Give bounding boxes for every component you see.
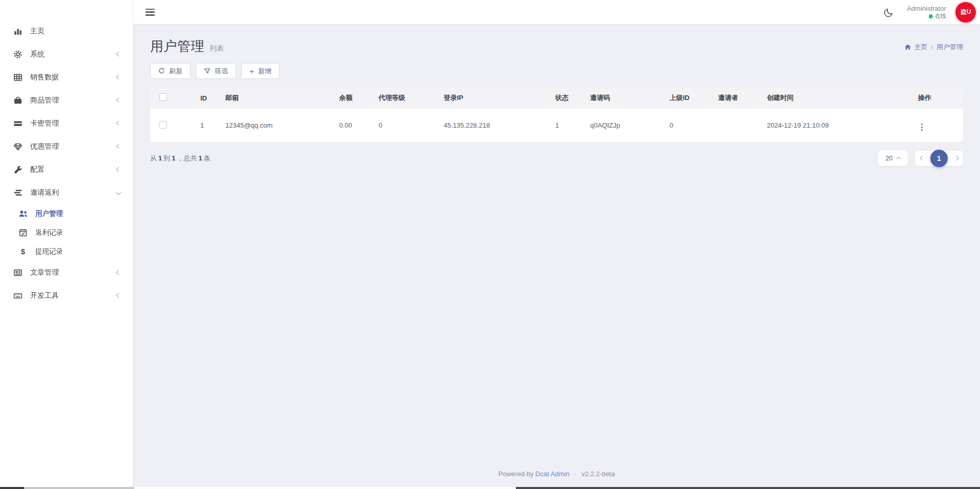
breadcrumb-separator: / xyxy=(931,44,933,51)
cell-status: 1 xyxy=(551,109,586,142)
row-actions-menu-icon[interactable] xyxy=(918,123,926,132)
sidebar-item-label: 用户管理 xyxy=(35,209,120,218)
chevron-left-icon xyxy=(116,167,121,172)
newspaper-icon xyxy=(13,268,23,277)
dollar-icon: $ xyxy=(18,247,28,256)
cell-balance: 0.00 xyxy=(335,109,374,142)
top-header: Administrator 在线 盗U xyxy=(133,0,980,24)
current-page-button[interactable]: 1 xyxy=(930,150,948,167)
sidebar-item-label: 文章管理 xyxy=(30,268,117,277)
footer-brand-link[interactable]: Dcat Admin xyxy=(535,470,569,478)
per-page-select[interactable]: 20 xyxy=(878,150,908,166)
cell-id: 1 xyxy=(196,109,221,142)
breadcrumb-home-link[interactable]: 主页 xyxy=(904,43,927,52)
chevron-right-icon xyxy=(953,156,958,161)
sidebar-item-articles[interactable]: 文章管理 xyxy=(0,261,133,284)
chevron-left-icon xyxy=(116,52,121,57)
sidebar-item-label: 配置 xyxy=(30,165,117,174)
user-menu[interactable]: Administrator 在线 xyxy=(907,5,946,20)
page-group: 1 xyxy=(915,151,963,166)
select-all-checkbox[interactable] xyxy=(159,93,167,101)
sidebar-item-config[interactable]: 配置 xyxy=(0,158,133,181)
sidebar-item-label: 卡密管理 xyxy=(30,119,117,128)
refresh-button-label: 刷新 xyxy=(169,67,182,76)
col-header-created-at: 创建时间 xyxy=(763,87,914,109)
per-page-value: 20 xyxy=(886,155,892,162)
sidebar-item-label: 商品管理 xyxy=(30,96,117,105)
sidebar-item-card-keys[interactable]: 卡密管理 xyxy=(0,112,133,135)
col-header-agent-level: 代理等级 xyxy=(374,87,440,109)
hamburger-menu-icon[interactable] xyxy=(145,9,155,16)
create-button-label: 新增 xyxy=(258,67,272,76)
chevron-left-icon xyxy=(116,144,121,149)
cell-agent-level: 0 xyxy=(374,109,440,142)
col-header-inviter: 邀请者 xyxy=(714,87,763,109)
chevron-down-icon xyxy=(116,190,121,195)
chart-bar-icon xyxy=(13,27,23,36)
sidebar-item-products[interactable]: 商品管理 xyxy=(0,89,133,112)
toolbar: 刷新 筛选 + 新增 xyxy=(150,63,963,79)
sidebar-item-user-management[interactable]: 用户管理 xyxy=(0,204,133,223)
avatar[interactable]: 盗U xyxy=(955,2,976,23)
window-bottom-edge xyxy=(0,487,980,489)
plus-icon: + xyxy=(249,67,254,75)
chevron-left-icon xyxy=(116,121,121,126)
sidebar-item-withdraw-records[interactable]: $ 提现记录 xyxy=(0,242,133,261)
cell-email: 12345@qq.com xyxy=(221,109,335,142)
breadcrumb-current: 用户管理 xyxy=(936,43,963,52)
pagination-controls: 20 1 xyxy=(878,150,963,166)
col-header-id: ID xyxy=(196,87,221,109)
chevron-left-icon xyxy=(920,156,925,161)
refresh-button[interactable]: 刷新 xyxy=(150,63,191,79)
col-header-login-ip: 登录IP xyxy=(440,87,551,109)
sidebar-item-label: 系统 xyxy=(30,50,117,59)
sidebar-item-label: 优惠管理 xyxy=(30,142,117,151)
user-name: Administrator xyxy=(907,5,946,13)
sidebar-item-label: 返利记录 xyxy=(35,228,120,237)
home-icon xyxy=(904,44,911,51)
gem-icon xyxy=(13,142,23,151)
sidebar-item-system[interactable]: 系统 xyxy=(0,43,133,66)
sidebar-item-invite-rebate[interactable]: 邀请返利 xyxy=(0,181,133,204)
main-content: 用户管理 列表 主页 / 用户管理 刷新 筛选 + xyxy=(133,0,980,489)
prev-page-button[interactable] xyxy=(920,154,924,162)
chevron-left-icon xyxy=(116,75,121,80)
refresh-icon xyxy=(158,68,165,74)
credit-card-icon xyxy=(13,119,23,128)
chevron-left-icon xyxy=(116,293,121,298)
breadcrumb-home-label: 主页 xyxy=(914,43,927,52)
chevron-left-icon xyxy=(116,98,121,103)
sidebar-item-label: 提现记录 xyxy=(35,247,120,256)
sidebar-submenu-invite: 用户管理 返利记录 $ 提现记录 xyxy=(0,204,133,261)
sidebar-item-label: 开发工具 xyxy=(30,291,117,300)
sidebar-menu: 主页 系统 销售数据 商品管理 卡密管 xyxy=(0,0,133,307)
footer-powered-by: Powered by xyxy=(498,470,534,478)
create-button[interactable]: + 新增 xyxy=(241,63,280,79)
sidebar-item-discounts[interactable]: 优惠管理 xyxy=(0,135,133,158)
col-header-invite-code: 邀请码 xyxy=(586,87,665,109)
filter-button[interactable]: 筛选 xyxy=(196,63,236,79)
sidebar-item-sales-data[interactable]: 销售数据 xyxy=(0,66,133,89)
sidebar: 主页 系统 销售数据 商品管理 卡密管 xyxy=(0,0,133,489)
sidebar-item-rebate-records[interactable]: 返利记录 xyxy=(0,223,133,242)
sidebar-item-label: 销售数据 xyxy=(30,73,117,82)
user-status: 在线 xyxy=(907,13,946,20)
sidebar-item-label: 邀请返利 xyxy=(30,188,117,197)
sidebar-item-dev-tools[interactable]: 开发工具 xyxy=(0,284,133,307)
dark-mode-toggle[interactable] xyxy=(880,4,898,21)
table-icon xyxy=(13,73,23,82)
row-checkbox[interactable] xyxy=(159,121,167,129)
title-row: 用户管理 列表 主页 / 用户管理 xyxy=(150,37,963,55)
sidebar-item-home[interactable]: 主页 xyxy=(0,19,133,43)
next-page-button[interactable] xyxy=(954,154,958,162)
caret-up-icon xyxy=(896,157,901,161)
users-table: ID 邮箱 余额 代理等级 登录IP 状态 邀请码 上级ID 邀请者 创建时间 … xyxy=(150,87,963,142)
col-header-status: 状态 xyxy=(551,87,586,109)
chevron-left-icon xyxy=(116,270,121,275)
gear-icon xyxy=(13,50,23,59)
table-card: ID 邮箱 余额 代理等级 登录IP 状态 邀请码 上级ID 邀请者 创建时间 … xyxy=(150,87,963,142)
table-header-row: ID 邮箱 余额 代理等级 登录IP 状态 邀请码 上级ID 邀请者 创建时间 … xyxy=(150,87,963,109)
cell-login-ip: 45.135.228.218 xyxy=(440,109,551,142)
cell-invite-code: q0AQIZJp xyxy=(586,109,665,142)
footer: Powered by Dcat Admin · v2.2.2-beta xyxy=(150,464,963,489)
